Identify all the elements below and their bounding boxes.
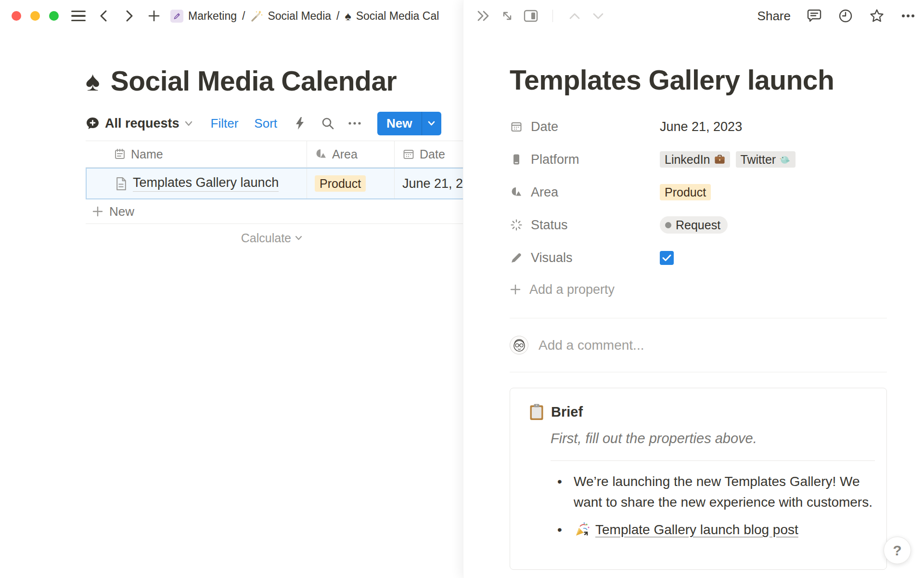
row-name-cell[interactable]: Templates Gallery launch — [87, 169, 307, 198]
filter-button[interactable]: Filter — [211, 116, 239, 131]
area-tag-product[interactable]: Product — [315, 175, 366, 192]
property-value-date[interactable]: June 21, 2023 — [660, 119, 887, 134]
help-label: ? — [893, 542, 901, 559]
property-value-platform[interactable]: LinkedIn Twitter — [660, 151, 887, 168]
zoom-window-button[interactable] — [49, 11, 59, 21]
search-button[interactable] — [320, 115, 336, 131]
close-peek-button[interactable] — [476, 8, 491, 24]
platform-tag-linkedin[interactable]: LinkedIn — [660, 151, 730, 168]
property-name: Area — [531, 185, 558, 200]
property-value-visuals[interactable] — [660, 251, 887, 265]
property-label-status[interactable]: Status — [510, 218, 660, 233]
property-name: Status — [531, 218, 568, 233]
column-header-date[interactable]: Date — [395, 141, 463, 167]
close-window-button[interactable] — [12, 11, 21, 21]
minimize-window-button[interactable] — [30, 11, 40, 21]
add-property-button[interactable]: Add a property — [510, 274, 887, 305]
property-value-status[interactable]: Request — [660, 216, 887, 234]
previous-record-button[interactable] — [567, 8, 582, 24]
notion-window: Marketing / Social Media / ♠ So — [0, 0, 924, 578]
new-entry-button[interactable]: New — [377, 112, 421, 135]
area-tag-product[interactable]: Product — [660, 184, 711, 200]
brief-title[interactable]: Brief — [551, 404, 583, 420]
side-peek-panel: Share — [463, 0, 924, 578]
database-toolbar: All requests Filter Sort New — [86, 112, 463, 135]
brief-subtitle[interactable]: First, fill out the properties above. — [551, 431, 875, 447]
expand-diagonal-icon — [500, 9, 514, 23]
breadcrumb-label: Social Media — [268, 10, 331, 23]
property-label-platform[interactable]: Platform — [510, 152, 660, 167]
property-name: Platform — [531, 152, 579, 167]
database-table: Name Area — [86, 141, 463, 252]
row-area-cell[interactable]: Product — [307, 169, 395, 198]
chevron-down-icon — [295, 236, 302, 240]
chevron-up-icon — [569, 13, 580, 20]
automations-button[interactable] — [292, 115, 308, 131]
status-label: Request — [676, 218, 720, 232]
breadcrumb-item-social-media[interactable]: Social Media — [250, 10, 331, 23]
property-label-date[interactable]: Date — [510, 119, 660, 134]
calculate-button[interactable]: Calculate — [86, 224, 307, 252]
brief-callout: Brief First, fill out the properties abo… — [510, 388, 887, 570]
comment-input[interactable]: Add a comment... — [539, 338, 887, 353]
calendar-icon — [510, 120, 523, 133]
clock-icon — [838, 9, 853, 23]
back-button[interactable] — [97, 9, 111, 23]
chevron-right-icon — [124, 10, 134, 22]
property-label-visuals[interactable]: Visuals — [510, 250, 660, 265]
column-label: Area — [332, 147, 358, 161]
list-item[interactable]: • — [557, 519, 875, 540]
view-switcher[interactable]: All requests — [86, 116, 192, 131]
double-chevron-right-icon — [476, 10, 491, 22]
favorite-button[interactable] — [869, 8, 885, 24]
sort-button[interactable]: Sort — [254, 116, 277, 131]
shapes-icon — [510, 186, 523, 199]
toolbar-divider — [552, 10, 553, 22]
checkmark-icon — [662, 254, 671, 262]
title-property-icon — [114, 148, 126, 160]
column-label: Name — [131, 147, 163, 161]
new-tab-button[interactable] — [147, 9, 161, 23]
sidebar-menu-icon[interactable] — [71, 11, 86, 21]
blog-post-page-link[interactable]: Template Gallery launch blog post — [595, 519, 798, 540]
next-record-button[interactable] — [590, 8, 606, 24]
view-options-button[interactable] — [346, 115, 363, 131]
expand-page-button[interactable] — [500, 8, 515, 24]
updates-history-button[interactable] — [838, 8, 853, 24]
bullet-icon: • — [557, 471, 574, 512]
traffic-lights — [12, 11, 59, 21]
row-title[interactable]: Templates Gallery launch — [133, 175, 279, 192]
page-icon-spade[interactable]: ♠ — [86, 67, 100, 96]
peek-mode-button[interactable] — [523, 8, 539, 24]
visuals-checkbox-checked[interactable] — [660, 251, 674, 265]
comment-composer: Add a comment... — [510, 318, 887, 372]
column-header-name[interactable]: Name — [86, 141, 307, 167]
table-row-templates-gallery-launch[interactable]: Templates Gallery launch Product June 21… — [86, 168, 463, 199]
peek-page-title[interactable]: Templates Gallery launch — [510, 65, 887, 95]
property-value-area[interactable]: Product — [660, 184, 887, 200]
breadcrumb-label: Social Media Cal — [356, 10, 439, 23]
comments-button[interactable] — [807, 8, 822, 24]
property-label-area[interactable]: Area — [510, 185, 660, 200]
property-list: Date June 21, 2023 Platform LinkedIn — [510, 110, 887, 305]
list-item[interactable]: • We’re launching the new Templates Gall… — [557, 471, 875, 512]
platform-tag-twitter[interactable]: Twitter — [736, 151, 796, 168]
forward-button[interactable] — [122, 9, 136, 23]
page-title[interactable]: Social Media Calendar — [111, 66, 397, 96]
help-button[interactable]: ? — [884, 537, 911, 564]
share-button[interactable]: Share — [757, 9, 791, 24]
status-tag-request[interactable]: Request — [660, 216, 728, 234]
breadcrumb-item-social-media-calendar[interactable]: ♠ Social Media Cal — [345, 10, 439, 23]
new-entry-dropdown-button[interactable] — [422, 112, 441, 135]
bird-icon — [780, 154, 791, 165]
page-options-button[interactable] — [900, 8, 916, 24]
status-spinner-icon — [510, 219, 523, 232]
chevron-down-icon — [185, 121, 192, 126]
breadcrumb-item-marketing[interactable]: Marketing — [170, 10, 237, 23]
table-new-row-button[interactable]: New — [86, 199, 463, 224]
request-bubble-icon — [86, 117, 100, 131]
row-date-cell[interactable]: June 21, 20 — [395, 169, 463, 198]
breadcrumb-label: Marketing — [188, 10, 237, 23]
magic-wand-icon — [250, 10, 263, 22]
column-header-area[interactable]: Area — [307, 141, 395, 167]
